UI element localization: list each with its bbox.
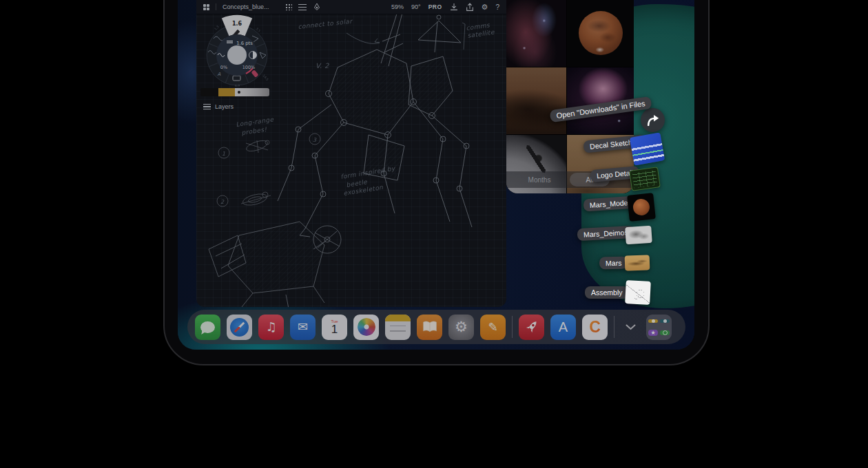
drag-label-mars[interactable]: Mars bbox=[599, 257, 628, 270]
drag-thumb-decal-sketches[interactable] bbox=[630, 132, 665, 165]
drag-thumb-mars-deimos[interactable] bbox=[625, 226, 652, 245]
drop-forward-button[interactable] bbox=[641, 108, 665, 132]
ipad-screen: connect to solar comms satellite V. 2 Lo… bbox=[178, 0, 694, 350]
drop-hint-open-downloads[interactable]: Open "Downloads" in Files bbox=[549, 96, 652, 123]
drag-layer: Open "Downloads" in Files Decal Sketches… bbox=[178, 0, 694, 350]
drag-thumb-mars-model[interactable] bbox=[627, 193, 656, 222]
drag-thumb-logo-detail[interactable] bbox=[629, 167, 661, 191]
drag-thumb-mars[interactable] bbox=[625, 255, 650, 270]
forward-arrow-icon bbox=[646, 115, 659, 126]
stage: connect to solar comms satellite V. 2 Lo… bbox=[0, 0, 868, 468]
drag-label-assembly[interactable]: Assembly bbox=[585, 286, 629, 299]
drag-thumb-assembly[interactable] bbox=[625, 280, 651, 305]
